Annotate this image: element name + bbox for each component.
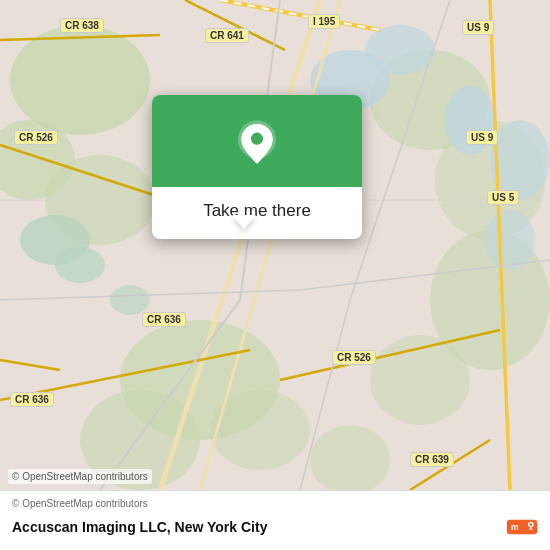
osm-attribution: © OpenStreetMap contributors [12, 498, 538, 509]
road-label-cr641: CR 641 [205, 28, 249, 43]
bottom-bar: © OpenStreetMap contributors Accuscan Im… [0, 490, 550, 550]
road-label-cr638: CR 638 [60, 18, 104, 33]
road-label-cr636-mid: CR 636 [142, 312, 186, 327]
popup-bottom: Take me there [152, 187, 362, 239]
svg-point-26 [529, 523, 532, 526]
moovit-icon: m [506, 511, 538, 543]
road-label-cr636-left: CR 636 [10, 392, 54, 407]
map-container: CR 638 CR 641 I 195 US 9 CR 526 CR 52 CR… [0, 0, 550, 490]
road-label-cr526-top: CR 526 [14, 130, 58, 145]
road-label-us9-right: US 9 [466, 130, 498, 145]
location-city-text: New York City [175, 519, 268, 535]
popup-card: Take me there [152, 95, 362, 239]
location-name-text: Accuscan Imaging LLC [12, 519, 167, 535]
location-title: Accuscan Imaging LLC, New York City m [12, 511, 538, 543]
road-label-us9: US 9 [462, 20, 494, 35]
svg-point-13 [55, 247, 105, 283]
popup-arrow [232, 215, 256, 229]
location-pin-icon [231, 117, 283, 169]
svg-point-14 [110, 285, 150, 315]
moovit-logo: m [506, 511, 538, 543]
location-name: Accuscan Imaging LLC, New York City [12, 519, 267, 535]
svg-point-19 [485, 210, 535, 270]
svg-text:m: m [511, 522, 519, 532]
road-label-cr639: CR 639 [410, 452, 454, 467]
take-me-there-button[interactable]: Take me there [203, 197, 311, 225]
svg-point-22 [251, 133, 263, 145]
road-label-us5-right: US 5 [487, 190, 519, 205]
road-label-cr526-bot: CR 526 [332, 350, 376, 365]
road-label-i195: I 195 [308, 14, 340, 29]
svg-point-16 [365, 25, 435, 75]
map-attribution: © OpenStreetMap contributors [8, 469, 152, 484]
map-svg [0, 0, 550, 490]
svg-point-1 [10, 25, 150, 135]
popup-top [152, 95, 362, 187]
